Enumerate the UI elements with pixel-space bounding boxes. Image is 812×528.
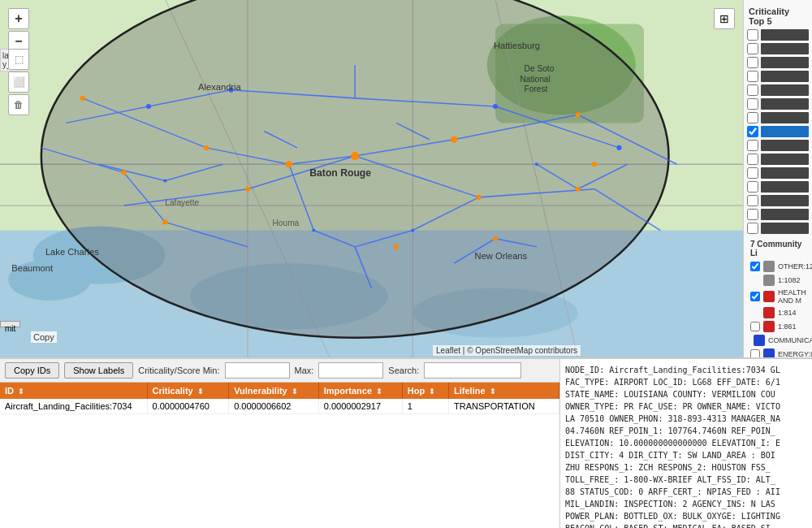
sidebar-checkbox-3[interactable] (747, 71, 758, 82)
sidebar-checkbox-2[interactable] (747, 57, 758, 68)
svg-point-51 (245, 187, 250, 192)
svg-text:Lafayette: Lafayette (165, 198, 199, 207)
svg-text:Baton Rouge: Baton Rouge (309, 167, 371, 179)
svg-rect-7 (495, 24, 644, 123)
col-criticality[interactable]: Criticality ⇕ (147, 383, 229, 399)
submit-button[interactable]: mit (0, 321, 20, 327)
col-lifeline[interactable]: Lifeline ⇕ (449, 383, 559, 399)
sidebar-row-5 (747, 98, 809, 110)
select-tool-button[interactable]: ⬜ (8, 71, 29, 93)
svg-point-54 (204, 145, 209, 150)
legend-checkbox-4[interactable] (750, 322, 760, 331)
map-tools: ⬚ ⬜ 🗑 (8, 49, 29, 115)
svg-point-5 (412, 288, 577, 338)
svg-point-64 (493, 104, 498, 109)
sidebar-row-1 (747, 43, 809, 54)
pointer-tool-button[interactable]: ⬚ (8, 49, 29, 70)
sidebar-checkbox-11[interactable] (747, 181, 758, 193)
legend-color-6 (763, 348, 775, 357)
copy-label: Copy (31, 331, 57, 343)
sidebar-checkbox-10[interactable] (747, 167, 758, 179)
legend-checkbox-2[interactable] (750, 292, 760, 301)
legend-checkbox-6[interactable] (750, 349, 760, 357)
copy-ids-button[interactable]: Copy IDs (5, 362, 59, 379)
map-zoom-controls: + − (8, 8, 29, 52)
legend-spacer-1 (750, 275, 760, 285)
max-label: Max: (295, 366, 314, 375)
search-input[interactable] (424, 362, 521, 379)
layers-button[interactable]: ⊞ (714, 8, 735, 29)
sort-vulnerability-icon: ⇕ (292, 387, 298, 396)
svg-point-55 (121, 170, 126, 175)
sidebar-checkbox-4[interactable] (747, 84, 758, 96)
svg-line-41 (578, 164, 628, 189)
svg-line-30 (149, 90, 231, 106)
col-vulnerability[interactable]: Vulnerability ⇕ (229, 383, 319, 399)
sort-lifeline-icon: ⇕ (490, 387, 496, 396)
sidebar-checkbox-5[interactable] (747, 98, 758, 110)
sidebar-checkbox-14[interactable] (747, 223, 758, 234)
svg-point-4 (190, 263, 388, 329)
sidebar-checkbox-12[interactable] (747, 195, 758, 206)
legend-checkbox-0[interactable] (750, 262, 760, 271)
sidebar-row-6 (747, 112, 809, 123)
svg-point-6 (487, 15, 636, 115)
sidebar-checkbox-8[interactable] (747, 140, 758, 151)
svg-line-43 (355, 247, 371, 288)
sidebar-row-4 (747, 84, 809, 96)
legend-label-0: OTHER:1206 (778, 262, 812, 270)
map-background-svg: Baton Rouge New Orleans Lake Charles Ale… (0, 0, 743, 357)
svg-line-31 (231, 90, 356, 98)
sidebar-checkbox-0[interactable] (747, 29, 758, 41)
svg-point-14 (41, 0, 669, 338)
sidebar-checkbox-9[interactable] (747, 154, 758, 165)
sort-hop-icon: ⇕ (429, 387, 435, 396)
svg-point-2 (33, 226, 166, 283)
col-id[interactable]: ID ⇕ (0, 383, 147, 399)
legend-item-1: 1:1082 (750, 275, 806, 286)
svg-line-13 (495, 0, 578, 357)
svg-line-47 (396, 123, 430, 139)
sidebar-checkbox-7[interactable] (747, 126, 758, 137)
cell-criticality: 0.0000004760 (147, 399, 229, 414)
sidebar-checkbox-13[interactable] (747, 209, 758, 220)
delete-tool-button[interactable]: 🗑 (8, 94, 29, 115)
legend-item-3: 1:814 (750, 307, 806, 318)
svg-line-12 (165, 0, 330, 357)
criticality-max-input[interactable] (318, 362, 383, 379)
sidebar-color-bar-6 (761, 112, 809, 123)
cell-vulnerability: 0.0000006602 (229, 399, 319, 414)
svg-rect-0 (0, 0, 743, 357)
svg-point-63 (229, 88, 234, 93)
zoom-in-button[interactable]: + (8, 8, 29, 29)
sidebar-color-bar-3 (761, 71, 809, 82)
toolbar: Copy IDs Show Labels Criticality/Score M… (0, 359, 559, 383)
svg-line-28 (165, 222, 248, 247)
sidebar-color-bar-9 (761, 154, 809, 165)
sidebar-checkbox-1[interactable] (747, 43, 758, 54)
map-area: Baton Rouge New Orleans Lake Charles Ale… (0, 0, 743, 357)
legend-item-0: OTHER:1206 (750, 261, 806, 272)
svg-line-18 (355, 140, 454, 156)
show-labels-button[interactable]: Show Labels (64, 362, 133, 379)
sidebar-row-8 (747, 140, 809, 151)
svg-text:Forest: Forest (525, 84, 548, 93)
svg-point-53 (576, 187, 581, 192)
col-hop[interactable]: Hop ⇕ (402, 383, 448, 399)
sidebar-checkbox-6[interactable] (747, 112, 758, 123)
search-label: Search: (388, 366, 419, 375)
svg-line-34 (289, 164, 314, 230)
criticality-min-input[interactable] (225, 362, 290, 379)
svg-line-37 (412, 197, 478, 231)
table-row[interactable]: Aircraft_Landing_Facilities:70340.000000… (0, 399, 559, 414)
detail-panel: NODE_ID: Aircraft_Landing_Facilities:703… (560, 359, 812, 528)
sidebar-color-bar-7 (761, 126, 809, 137)
sidebar-color-bar-2 (761, 57, 809, 68)
svg-rect-1 (0, 231, 743, 357)
legend-label-1: 1:1082 (778, 276, 801, 284)
col-importance[interactable]: Importance ⇕ (318, 383, 402, 399)
sidebar-checkbox-list (747, 29, 809, 236)
svg-line-46 (264, 132, 297, 148)
svg-text:National: National (520, 75, 551, 84)
main-container: Baton Rouge New Orleans Lake Charles Ale… (0, 0, 812, 357)
